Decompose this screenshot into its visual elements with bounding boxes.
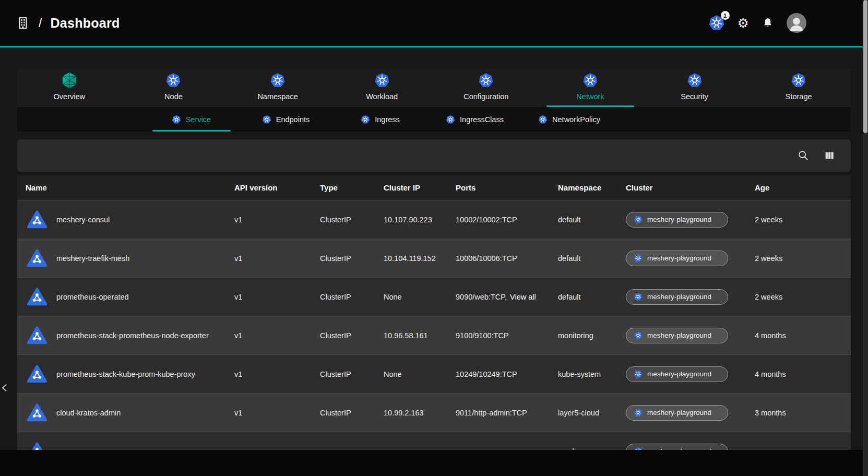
column-header-cluster-ip[interactable]: Cluster IP <box>375 183 447 192</box>
ports: 10006/10006:TCP <box>456 254 517 263</box>
subtab-label: NetworkPolicy <box>552 115 600 124</box>
cluster-ip: 10.96.58.161 <box>375 331 447 340</box>
namespace-link[interactable]: default <box>558 254 581 263</box>
cluster-name: meshery-playground <box>647 216 711 223</box>
service-name: cloud-kratos-admin <box>56 409 121 417</box>
age: 2 weeks <box>746 216 851 224</box>
tab-configuration[interactable]: Configuration <box>434 68 539 107</box>
tab-overview[interactable]: Overview <box>17 68 122 107</box>
service-icon <box>26 325 49 346</box>
ports-cell: 9011/http-admin:TCP <box>447 409 550 417</box>
appbar-actions: 1 ⚙ <box>708 13 806 33</box>
subtab-ingress[interactable]: Ingress <box>333 107 427 132</box>
search-icon[interactable] <box>798 150 809 161</box>
column-header-ports[interactable]: Ports <box>447 183 550 192</box>
service-name-cell: meshery-traefik-mesh <box>17 248 226 269</box>
chevron-left-icon <box>0 382 10 394</box>
kubernetes-icon <box>634 331 643 340</box>
table-row[interactable]: prometheus-operated v1 ClusterIP None 90… <box>17 278 851 316</box>
kubernetes-icon <box>270 73 286 88</box>
header-accent-line <box>0 46 868 47</box>
ports-cell: 10002/10002:TCP <box>447 216 550 224</box>
bottom-strip <box>0 450 868 476</box>
scrollbar-thumb[interactable] <box>863 0 867 133</box>
cluster-cell: meshery-playground <box>617 251 746 266</box>
cluster-chip[interactable]: meshery-playground <box>626 366 728 382</box>
kubernetes-icon <box>172 115 181 124</box>
kubernetes-icon <box>634 254 643 263</box>
kubernetes-icon <box>478 73 494 88</box>
service-name-cell: prometheus-stack-kube-prom-kube-proxy <box>17 364 226 385</box>
service-icon <box>26 364 49 385</box>
services-table: Name API version Type Cluster IP Ports N… <box>17 175 851 471</box>
cluster-switcher-button[interactable]: 1 <box>708 15 725 31</box>
cluster-chip[interactable]: meshery-playground <box>626 405 728 421</box>
api-version: v1 <box>226 409 312 417</box>
building-icon[interactable] <box>16 16 30 30</box>
cluster-name: meshery-playground <box>647 331 711 339</box>
collapse-drawer-button[interactable] <box>0 380 14 396</box>
cluster-chip[interactable]: meshery-playground <box>626 251 728 266</box>
cluster-cell: meshery-playground <box>617 289 746 305</box>
table-row[interactable]: meshery-consul v1 ClusterIP 10.107.90.22… <box>17 200 851 239</box>
service-name-cell: meshery-consul <box>17 209 226 230</box>
table-row[interactable]: meshery-traefik-mesh v1 ClusterIP 10.104… <box>17 239 851 278</box>
api-version: v1 <box>226 293 312 301</box>
tab-label: Namespace <box>257 92 298 101</box>
table-header-row: Name API version Type Cluster IP Ports N… <box>17 175 851 200</box>
cluster-chip[interactable]: meshery-playground <box>626 212 728 228</box>
table-row[interactable]: prometheus-stack-kube-prom-kube-proxy v1… <box>17 355 851 394</box>
service-name-cell: cloud-kratos-admin <box>17 402 226 423</box>
avatar[interactable] <box>787 13 806 33</box>
namespace-cell: default <box>550 254 617 263</box>
subtab-service[interactable]: Service <box>144 107 239 132</box>
subtab-endpoints[interactable]: Endpoints <box>239 107 333 132</box>
subtab-networkpolicy[interactable]: NetworkPolicy <box>522 107 616 132</box>
kubernetes-icon <box>165 73 181 88</box>
ports: 9090/web:TCP, <box>456 293 507 301</box>
tab-namespace[interactable]: Namespace <box>225 68 330 107</box>
column-header-cluster[interactable]: Cluster <box>617 183 746 192</box>
column-header-api-version[interactable]: API version <box>226 183 312 192</box>
table-row[interactable]: cloud-kratos-admin v1 ClusterIP 10.99.2.… <box>17 394 851 432</box>
cluster-name: meshery-playground <box>647 293 711 301</box>
subtab-ingressclass[interactable]: IngressClass <box>427 107 522 132</box>
tab-network[interactable]: Network <box>538 68 643 107</box>
tab-label: Storage <box>786 92 812 101</box>
person-icon <box>787 13 806 33</box>
breadcrumb: / Dashboard <box>16 16 120 31</box>
namespace-link[interactable]: layer5-cloud <box>558 409 599 417</box>
column-header-name[interactable]: Name <box>17 183 226 192</box>
view-columns-icon[interactable] <box>824 150 835 161</box>
subtab-label: Endpoints <box>276 115 310 124</box>
cluster-chip[interactable]: meshery-playground <box>626 289 728 305</box>
cluster-chip[interactable]: meshery-playground <box>626 328 728 343</box>
namespace-link[interactable]: default <box>558 293 581 301</box>
notifications-icon[interactable] <box>762 17 774 29</box>
tab-label: Configuration <box>463 92 508 101</box>
tab-security[interactable]: Security <box>643 68 747 107</box>
cluster-name: meshery-playground <box>647 370 711 378</box>
api-version: v1 <box>226 331 312 340</box>
column-header-type[interactable]: Type <box>312 183 375 192</box>
tab-workload[interactable]: Workload <box>330 68 434 107</box>
tab-node[interactable]: Node <box>122 68 226 107</box>
cluster-count-badge: 1 <box>721 11 730 20</box>
namespace-link[interactable]: kube-system <box>558 370 601 378</box>
namespace-link[interactable]: monitoring <box>558 331 593 340</box>
view-all-link[interactable]: View all <box>510 293 536 301</box>
cluster-ip: 10.99.2.163 <box>375 409 447 417</box>
table-row[interactable]: prometheus-stack-prometheus-node-exporte… <box>17 316 851 355</box>
kubernetes-icon <box>687 73 703 88</box>
settings-icon[interactable]: ⚙ <box>738 17 749 30</box>
tab-storage[interactable]: Storage <box>746 68 851 107</box>
scrollbar[interactable] <box>863 0 868 476</box>
namespace-cell: default <box>550 216 617 224</box>
column-header-namespace[interactable]: Namespace <box>550 183 617 192</box>
meshery-icon <box>60 71 79 90</box>
tab-label: Overview <box>54 92 85 101</box>
namespace-link[interactable]: default <box>558 216 581 224</box>
column-header-age[interactable]: Age <box>746 183 851 192</box>
service-type: ClusterIP <box>312 409 375 417</box>
kubernetes-icon <box>446 115 455 124</box>
